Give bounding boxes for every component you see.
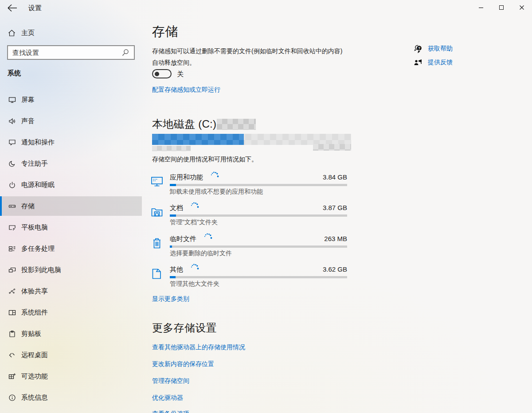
home-icon <box>8 29 16 37</box>
loading-spinner-icon <box>190 202 200 209</box>
sidebar-item-about[interactable]: 系统信息 <box>0 388 142 407</box>
documents-folder-icon <box>151 206 163 218</box>
shared-experiences-icon <box>8 288 16 295</box>
sidebar-item-display[interactable]: 屏幕 <box>0 90 142 109</box>
disk-title: 本地磁盘 (C:) <box>152 117 216 131</box>
storage-drive-icon <box>8 203 16 210</box>
remote-desktop-icon <box>8 351 16 359</box>
window-controls <box>471 0 532 15</box>
sidebar-item-label: 多任务处理 <box>21 245 55 253</box>
more-storage-settings-title: 更多存储设置 <box>152 321 217 335</box>
settings-search-box <box>7 45 135 60</box>
sidebar-item-label: 通知和操作 <box>21 138 55 147</box>
category-row-apps[interactable]: 应用和功能 3.84 GB 卸载未使用或不想要的应用和功能 <box>151 173 351 199</box>
optional-features-icon <box>8 373 16 380</box>
sidebar-item-storage[interactable]: 存储 <box>0 196 142 216</box>
sidebar-item-label: 系统组件 <box>21 308 48 317</box>
sidebar-item-tablet[interactable]: 平板电脑 <box>0 218 142 237</box>
sidebar-item-label: 屏幕 <box>21 96 35 104</box>
sidebar-item-multitasking[interactable]: 多任务处理 <box>0 239 142 258</box>
category-bar <box>170 184 347 186</box>
sidebar-item-label: 投影到此电脑 <box>21 266 61 274</box>
sidebar-item-remote-desktop[interactable]: 远程桌面 <box>0 345 142 365</box>
category-name[interactable]: 应用和功能 <box>170 173 203 182</box>
maximize-icon <box>499 5 504 10</box>
category-size: 263 MB <box>324 235 347 242</box>
redacted-disk-label <box>217 119 256 130</box>
projecting-icon <box>8 266 16 274</box>
category-size: 3.84 GB <box>323 173 347 181</box>
optimize-drives-link[interactable]: 优化驱动器 <box>152 394 183 402</box>
configure-storage-sense-link[interactable]: 配置存储感知或立即运行 <box>152 86 220 94</box>
sidebar-item-label: 专注助手 <box>21 160 48 168</box>
svg-text:?: ? <box>418 46 420 51</box>
sidebar-item-label: 系统信息 <box>21 394 48 402</box>
other-folder-icon <box>151 268 163 280</box>
multitasking-icon <box>8 245 16 253</box>
sidebar-item-projecting[interactable]: 投影到此电脑 <box>0 260 142 280</box>
usage-note: 存储空间的使用情况和可用情况如下。 <box>152 156 258 164</box>
search-icon[interactable] <box>121 48 130 58</box>
search-input[interactable] <box>8 49 121 56</box>
category-bar <box>170 214 347 217</box>
sidebar-section-header: 系统 <box>8 69 21 78</box>
apps-features-icon <box>151 175 163 188</box>
minimize-button[interactable] <box>471 0 491 15</box>
sound-icon <box>8 117 16 125</box>
maximize-button[interactable] <box>491 0 512 15</box>
page-title: 存储 <box>152 23 178 41</box>
view-other-drives-link[interactable]: 查看其他驱动器上的存储使用情况 <box>152 343 245 351</box>
sidebar-item-label: 电源和睡眠 <box>21 181 55 189</box>
loading-spinner-icon <box>203 233 214 240</box>
sidebar-item-label: 剪贴板 <box>21 330 41 338</box>
notifications-icon <box>8 139 16 146</box>
category-subtitle: 管理"文档"文件夹 <box>170 218 218 226</box>
sidebar-item-clipboard[interactable]: 剪贴板 <box>0 324 142 343</box>
get-help-link[interactable]: 获取帮助 <box>428 45 453 53</box>
category-name[interactable]: 其他 <box>170 265 183 274</box>
sidebar: 主页 系统 屏幕 声音 通知和操作 <box>0 0 142 413</box>
disk-usage-bar-used <box>152 134 244 145</box>
system-components-icon <box>8 309 16 316</box>
category-name[interactable]: 临时文件 <box>170 235 196 243</box>
sidebar-item-shared-experiences[interactable]: 体验共享 <box>0 281 142 301</box>
sidebar-item-home[interactable]: 主页 <box>0 26 142 40</box>
category-row-other[interactable]: 其他 3.62 GB 管理其他大文件夹 <box>151 265 351 292</box>
category-row-temp-files[interactable]: 临时文件 263 MB 选择要删除的临时文件 <box>151 234 351 261</box>
change-save-location-link[interactable]: 更改新内容的保存位置 <box>152 360 214 368</box>
show-more-categories-link[interactable]: 显示更多类别 <box>152 295 189 303</box>
sidebar-item-focus-assist[interactable]: 专注助手 <box>0 154 142 173</box>
display-icon <box>8 96 16 104</box>
close-button[interactable] <box>512 0 532 15</box>
feedback-link[interactable]: 提供反馈 <box>428 58 453 66</box>
loading-spinner-icon <box>210 171 220 178</box>
category-size: 3.62 GB <box>323 265 347 273</box>
manage-storage-spaces-link[interactable]: 管理存储空间 <box>152 377 189 385</box>
help-bubble-icon: ? <box>413 44 423 54</box>
sidebar-item-system-components[interactable]: 系统组件 <box>0 303 142 322</box>
storage-sense-toggle[interactable] <box>152 69 172 78</box>
category-bar-fill <box>170 214 176 217</box>
toggle-knob <box>155 72 159 76</box>
backup-options-link[interactable]: 查看备份选项 <box>152 410 189 413</box>
feedback-person-icon <box>413 58 423 67</box>
toggle-state-label: 关 <box>177 70 184 78</box>
minimize-icon <box>478 5 484 10</box>
trash-icon <box>151 237 163 249</box>
redacted-free-label <box>313 144 351 151</box>
get-help-row[interactable]: ? 获取帮助 <box>413 44 453 54</box>
sidebar-item-optional-features[interactable]: 可选功能 <box>0 366 142 386</box>
sidebar-item-label: 平板电脑 <box>21 223 48 232</box>
clipboard-icon <box>8 330 16 338</box>
redacted-used-label <box>152 146 191 151</box>
category-row-documents[interactable]: 文档 3.87 GB 管理"文档"文件夹 <box>151 203 351 230</box>
sidebar-item-power-sleep[interactable]: 电源和睡眠 <box>0 175 142 195</box>
storage-sense-description: 存储感知可以通过删除不需要的文件(例如临时文件和回收站中的内容) 自动释放空间。 <box>152 45 360 68</box>
category-name[interactable]: 文档 <box>170 204 183 212</box>
sidebar-item-label: 声音 <box>21 117 35 125</box>
sidebar-item-notifications[interactable]: 通知和操作 <box>0 132 142 152</box>
sidebar-item-sound[interactable]: 声音 <box>0 111 142 131</box>
category-subtitle: 选择要删除的临时文件 <box>170 249 232 257</box>
sidebar-nav-list: 屏幕 声音 通知和操作 专注助手 电源和睡眠 <box>0 90 142 409</box>
feedback-row[interactable]: 提供反馈 <box>413 58 453 67</box>
